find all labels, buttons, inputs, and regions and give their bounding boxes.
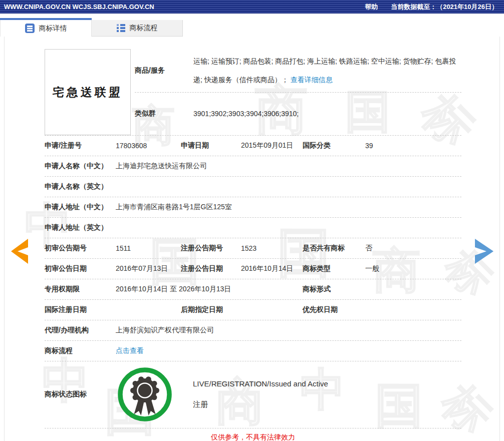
status-line-chinese: 注册 — [193, 400, 328, 409]
gazette-date-row: 初审公告日期 2016年07月13日 注册公告日期 2016年10月14日 商标… — [45, 259, 461, 279]
intl-reg-date-label: 国际注册日期 — [45, 305, 116, 314]
reg-gazette-no-label: 注册公告期号 — [181, 244, 241, 253]
reg-no-row: 申请/注册号 17803608 申请日期 2015年09月01日 国际分类 39 — [45, 136, 461, 156]
process-row: 商标流程 点击查看 — [45, 341, 461, 361]
site-domains: WWW.CNIPA.GOV.CN WCJS.SBJ.CNIPA.GOV.CN — [4, 3, 154, 11]
legal-disclaimer: 仅供参考，不具有法律效力 — [45, 428, 461, 441]
intl-class-value: 39 — [365, 142, 461, 150]
is-shared-value: 否 — [365, 244, 461, 253]
first-gazette-date-label: 初审公告日期 — [45, 264, 116, 273]
tm-type-label: 商标类型 — [303, 264, 365, 273]
reg-no-label: 申请/注册号 — [45, 141, 116, 150]
first-gazette-no-label: 初审公告期号 — [45, 244, 116, 253]
trademark-summary-section: 宅急送联盟 商品/服务 运输; 运输预订; 商品包装; 商品打包; 海上运输; … — [45, 37, 461, 136]
click-to-view-link[interactable]: 点击查看 — [116, 346, 144, 354]
status-row: 商标状态图标 LIVE/REGISTRATION/Issued and Acti… — [45, 361, 461, 428]
first-gazette-no-value: 1511 — [116, 244, 181, 252]
is-shared-label: 是否共有商标 — [303, 244, 365, 253]
tm-type-value: 一般 — [365, 264, 461, 273]
applicant-cn-value: 上海迪邦宅急送快运有限公司 — [116, 162, 461, 171]
address-cn-row: 申请人地址（中文） 上海市青浦区南巷路1号1层G区125室 — [45, 197, 461, 218]
address-en-row: 申请人地址（英文） — [45, 218, 461, 238]
priority-date-label: 优先权日期 — [303, 305, 365, 314]
similar-group-row: 类似群 3901;3902;3903;3904;3906;3910; — [135, 93, 461, 135]
process-label: 商标流程 — [45, 346, 116, 355]
detail-list-icon — [25, 24, 35, 33]
content-panel: 国 商 商 国 标 中 国 国 商 标 中 国 商 中 国 标 宅急送联盟 商品… — [4, 37, 500, 441]
trademark-image: 宅急送联盟 — [45, 49, 131, 135]
reg-gazette-no-value: 1523 — [241, 244, 303, 252]
app-date-value: 2015年09月01日 — [241, 141, 303, 150]
goods-services-label: 商品/服务 — [135, 66, 193, 75]
previous-arrow-button[interactable] — [11, 239, 28, 264]
tab-detail-label: 商标详情 — [39, 24, 67, 33]
similar-group-value: 3901;3902;3903;3904;3906;3910; — [193, 110, 461, 118]
reg-no-value: 17803608 — [116, 142, 181, 150]
exclusive-period-row: 专用权期限 2016年10月14日 至 2026年10月13日 商标形式 — [45, 279, 461, 300]
address-en-label: 申请人地址（英文） — [45, 223, 116, 232]
gazette-no-row: 初审公告期号 1511 注册公告期号 1523 是否共有商标 否 — [45, 238, 461, 259]
app-date-label: 申请日期 — [181, 141, 241, 150]
similar-group-label: 类似群 — [135, 109, 193, 118]
reg-gazette-date-value: 2016年10月14日 — [241, 264, 303, 273]
agent-row: 代理/办理机构 上海舒滨知识产权代理有限公司 — [45, 320, 461, 341]
applicant-en-row: 申请人名称（英文） — [45, 177, 461, 197]
address-cn-label: 申请人地址（中文） — [45, 203, 116, 212]
address-cn-value: 上海市青浦区南巷路1号1层G区125室 — [116, 203, 461, 212]
tm-form-label: 商标形式 — [303, 285, 365, 294]
applicant-cn-label: 申请人名称（中文） — [45, 162, 116, 171]
tab-process-label: 商标流程 — [130, 24, 158, 33]
first-gazette-date-value: 2016年07月13日 — [116, 264, 181, 273]
applicant-en-label: 申请人名称（英文） — [45, 182, 116, 191]
trademark-image-text: 宅急送联盟 — [52, 85, 123, 100]
exclusive-period-value: 2016年10月14日 至 2026年10月13日 — [116, 285, 303, 294]
reg-gazette-date-label: 注册公告日期 — [181, 264, 241, 273]
intl-class-label: 国际分类 — [303, 141, 365, 150]
status-icon-label: 商标状态图标 — [45, 390, 116, 399]
view-details-link[interactable]: 查看详细信息 — [291, 76, 333, 84]
help-link[interactable]: 帮助 — [365, 3, 378, 12]
next-arrow-button[interactable] — [475, 239, 493, 264]
data-cutoff-date: 当前数据截至：（2021年10月26日） — [391, 3, 498, 12]
process-grid-icon — [117, 24, 125, 33]
exclusive-period-label: 专用权期限 — [45, 285, 116, 294]
late-designation-label: 后期指定日期 — [181, 305, 241, 314]
goods-services-row: 商品/服务 运输; 运输预订; 商品包装; 商品打包; 海上运输; 铁路运输; … — [135, 49, 461, 93]
applicant-cn-row: 申请人名称（中文） 上海迪邦宅急送快运有限公司 — [45, 156, 461, 177]
agent-label: 代理/办理机构 — [45, 326, 116, 335]
status-line-english: LIVE/REGISTRATION/Issued and Active — [193, 379, 328, 388]
top-bar: WWW.CNIPA.GOV.CN WCJS.SBJ.CNIPA.GOV.CN 帮… — [0, 0, 504, 14]
agent-value: 上海舒滨知识产权代理有限公司 — [116, 326, 461, 335]
tab-trademark-process[interactable]: 商标流程 — [92, 20, 183, 37]
tab-trademark-detail[interactable]: 商标详情 — [0, 20, 92, 37]
intl-dates-row: 国际注册日期 后期指定日期 优先权日期 — [45, 300, 461, 320]
registered-medal-icon — [116, 365, 174, 423]
